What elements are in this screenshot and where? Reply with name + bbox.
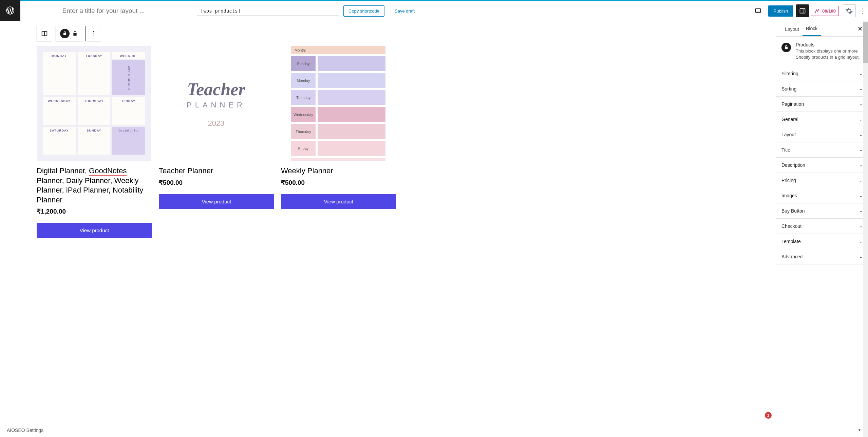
notification-badge[interactable]: 1 <box>765 412 772 419</box>
block-lock-button[interactable] <box>56 26 82 41</box>
view-product-button[interactable]: View product <box>159 194 274 209</box>
planner-cell: THURSDAY <box>78 97 111 125</box>
block-info: Products This block displays one or more… <box>776 37 868 66</box>
view-product-button[interactable]: View product <box>37 223 152 238</box>
panel-sorting[interactable]: Sorting⌄ <box>776 81 868 97</box>
seo-score-icon <box>814 8 820 14</box>
panel-pagination[interactable]: Pagination⌄ <box>776 97 868 112</box>
planner-cell: WEEK GOALS <box>112 60 145 95</box>
product-title[interactable]: Weekly Planner <box>281 166 396 176</box>
panel-general[interactable]: General⌄ <box>776 112 868 127</box>
product-title[interactable]: Digital Planner, GoodNotes Planner, Dail… <box>37 166 152 205</box>
footer-bar[interactable]: AIOSEO Settings ▼ <box>0 423 868 437</box>
panel-label: Pagination <box>781 101 804 107</box>
settings-toggle-button[interactable] <box>796 4 809 17</box>
product-price: ₹500.00 <box>159 179 274 186</box>
panel-label: Template <box>781 239 801 244</box>
close-sidebar-icon[interactable]: ✕ <box>857 25 863 33</box>
product-image[interactable]: MONDAY TUESDAY WEEK OF: WEEK GOALS WEDNE… <box>37 46 151 161</box>
seo-score-box[interactable]: 00/100 <box>811 6 839 16</box>
chevron-down-icon: ⌄ <box>859 178 863 183</box>
block-more-button[interactable]: ⋮ <box>86 26 101 41</box>
footer-label: AIOSEO Settings <box>7 428 43 433</box>
panel-label: Title <box>781 147 790 153</box>
panel-label: Layout <box>781 132 796 137</box>
day-label: Tuesday <box>291 90 316 105</box>
panel-checkout[interactable]: Checkout⌄ <box>776 219 868 234</box>
chevron-down-icon: ⌄ <box>859 224 863 229</box>
lock-icon <box>72 31 78 36</box>
settings-sidebar: Layout Block ✕ Products This block displ… <box>776 21 868 423</box>
chevron-down-icon: ⌄ <box>859 254 863 259</box>
columns-icon <box>41 30 48 37</box>
panel-images[interactable]: Images⌄ <box>776 188 868 203</box>
panel-advanced[interactable]: Advanced⌄ <box>776 249 868 264</box>
panel-label: Sorting <box>781 86 796 92</box>
footer-collapse-icon[interactable]: ▼ <box>858 428 861 432</box>
chevron-down-icon: ⌄ <box>859 147 863 152</box>
teacher-sub: PLANNER <box>187 101 246 110</box>
day-label: Friday <box>291 141 316 156</box>
product-title[interactable]: Teacher Planner <box>159 166 274 176</box>
product-image[interactable]: Month: Sunday Monday Tuesday Wednesday T… <box>281 46 396 161</box>
chevron-down-icon: ⌄ <box>859 132 863 137</box>
panel-description[interactable]: Description⌄ <box>776 158 868 173</box>
tab-block[interactable]: Block <box>803 21 821 36</box>
block-type-button[interactable] <box>37 26 52 41</box>
panel-pricing[interactable]: Pricing⌄ <box>776 173 868 188</box>
month-header: Month: <box>291 46 385 54</box>
block-info-desc: This block displays one or more Shopify … <box>796 48 863 60</box>
panel-buy-button[interactable]: Buy Button⌄ <box>776 203 868 219</box>
panel-label: General <box>781 117 798 122</box>
product-image[interactable]: Teacher PLANNER 2023 <box>159 46 273 161</box>
day-label: Monday <box>291 73 316 88</box>
save-draft-link[interactable]: Save draft <box>395 8 415 14</box>
gear-icon <box>846 7 853 15</box>
product-card: Month: Sunday Monday Tuesday Wednesday T… <box>281 46 396 238</box>
copy-shortcode-button[interactable]: Copy shortcode <box>343 5 384 17</box>
layout-title-input[interactable] <box>20 7 187 15</box>
chevron-down-icon: ⌄ <box>859 239 863 244</box>
panel-template[interactable]: Template⌄ <box>776 234 868 249</box>
chevron-down-icon: ⌄ <box>859 163 863 167</box>
preview-desktop-icon[interactable] <box>751 4 765 17</box>
seo-score-value: 00/100 <box>822 8 836 14</box>
laptop-icon <box>754 7 762 15</box>
chevron-down-icon: ⌄ <box>859 117 863 122</box>
panel-title[interactable]: Title⌄ <box>776 142 868 158</box>
panel-label: Pricing <box>781 178 796 183</box>
panel-layout[interactable]: Layout⌄ <box>776 127 868 142</box>
panel-label: Filtering <box>781 71 798 76</box>
teacher-year: 2023 <box>208 119 225 128</box>
scrollbar-track[interactable] <box>863 21 868 437</box>
panel-label: Advanced <box>781 254 803 259</box>
products-grid: MONDAY TUESDAY WEEK OF: WEEK GOALS WEDNE… <box>37 46 739 238</box>
block-info-title: Products <box>796 42 863 47</box>
more-options-button[interactable]: ⋮ <box>858 7 868 15</box>
panel-filtering[interactable]: Filtering⌄ <box>776 66 868 81</box>
wordpress-logo[interactable] <box>0 0 20 21</box>
planner-cell: FRIDAY <box>112 97 145 125</box>
day-label: Wednesday <box>291 107 316 122</box>
shortcode-input[interactable] <box>197 6 339 16</box>
chevron-down-icon: ⌄ <box>859 102 863 106</box>
planner-cell: TUESDAY <box>78 52 111 95</box>
svg-rect-1 <box>800 8 805 13</box>
planner-cell: SATURDAY <box>43 127 76 155</box>
scrollbar-thumb[interactable] <box>863 22 868 63</box>
product-price: ₹500.00 <box>281 179 396 186</box>
view-product-button[interactable]: View product <box>281 194 396 209</box>
sidebar-icon <box>799 7 806 14</box>
tab-layout[interactable]: Layout <box>781 22 803 36</box>
product-price: ₹1,200.00 <box>37 207 152 215</box>
aioseo-settings-button[interactable] <box>843 4 856 17</box>
planner-cell: WEEK OF: <box>112 52 145 59</box>
planner-cell: Grateful for <box>112 127 145 155</box>
chevron-down-icon: ⌄ <box>859 86 863 91</box>
publish-button[interactable]: Publish <box>768 5 794 17</box>
product-card: MONDAY TUESDAY WEEK OF: WEEK GOALS WEDNE… <box>37 46 152 238</box>
block-editor-canvas[interactable]: ⋮ MONDAY TUESDAY WEEK OF: WEEK GOALS WED… <box>0 21 776 423</box>
bag-icon <box>62 31 67 36</box>
product-card: Teacher PLANNER 2023 Teacher Planner ₹50… <box>159 46 274 238</box>
wordpress-icon <box>5 6 15 15</box>
